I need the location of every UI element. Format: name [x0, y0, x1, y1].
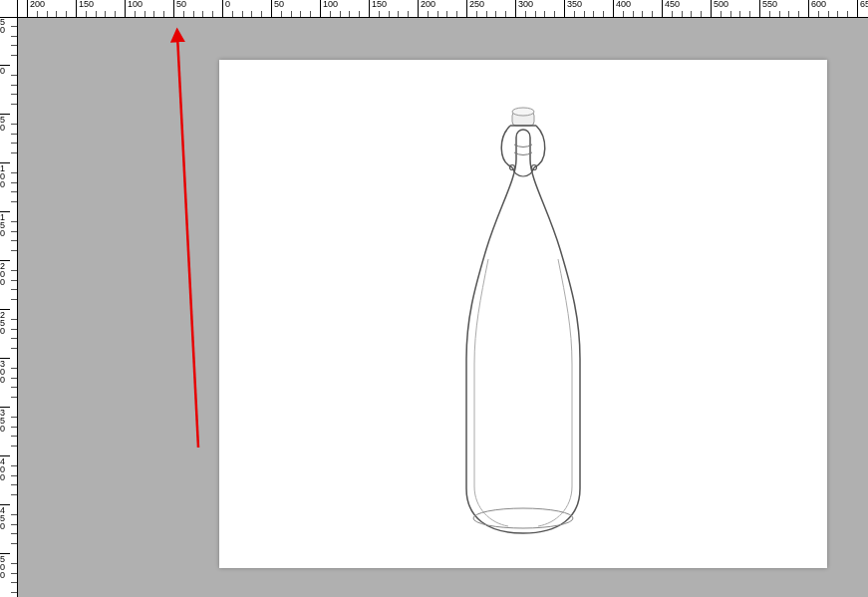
- ruler-tick-minor: [701, 11, 702, 17]
- ruler-tick-major: 350: [0, 407, 10, 433]
- ruler-tick-minor: [11, 36, 17, 37]
- ruler-tick-minor: [446, 11, 447, 17]
- ruler-tick-minor: [11, 134, 17, 135]
- ruler-tick-minor: [11, 484, 17, 485]
- ruler-tick-minor: [623, 11, 624, 17]
- ruler-tick-minor: [505, 11, 506, 17]
- ruler-tick-minor: [330, 11, 331, 17]
- ruler-tick-minor: [11, 94, 17, 95]
- ruler-tick-minor: [11, 563, 17, 564]
- ruler-tick-minor: [242, 11, 243, 17]
- ruler-tick-minor: [554, 11, 555, 17]
- ruler-tick-minor: [730, 11, 731, 17]
- ruler-tick-major: 0: [0, 65, 10, 75]
- ruler-tick-minor: [11, 348, 17, 349]
- ruler-tick-minor: [11, 319, 17, 320]
- ruler-tick-minor: [56, 11, 57, 17]
- ruler-tick-minor: [66, 11, 67, 17]
- ruler-tick-minor: [212, 11, 213, 17]
- ruler-tick-minor: [291, 11, 292, 17]
- ruler-tick-minor: [183, 11, 184, 17]
- ruler-tick-minor: [251, 11, 252, 17]
- ruler-tick-minor: [11, 270, 17, 271]
- ruler-tick-minor: [11, 475, 17, 476]
- ruler-tick-minor: [837, 11, 838, 17]
- ruler-tick-minor: [11, 104, 17, 105]
- ruler-tick-minor: [11, 75, 17, 76]
- ruler-tick-minor: [495, 11, 496, 17]
- ruler-tick-minor: [818, 11, 819, 17]
- ruler-corner: [0, 0, 18, 18]
- ruler-tick-major: 100: [0, 162, 10, 188]
- ruler-tick-minor: [691, 11, 692, 17]
- ruler-tick-minor: [11, 143, 17, 144]
- ruler-tick-minor: [96, 11, 97, 17]
- ruler-tick-minor: [11, 45, 17, 46]
- ruler-tick-major: 500: [0, 553, 10, 579]
- ruler-tick-minor: [261, 11, 262, 17]
- ruler-tick-minor: [721, 11, 722, 17]
- ruler-tick-minor: [788, 11, 789, 17]
- svg-point-2: [512, 108, 534, 116]
- ruler-tick-minor: [153, 11, 154, 17]
- ruler-tick-major: 200: [0, 260, 10, 286]
- ruler-tick-minor: [11, 427, 17, 428]
- ruler-tick-major: 0: [222, 0, 230, 18]
- ruler-tick-minor: [535, 11, 536, 17]
- ruler-tick-minor: [456, 11, 457, 17]
- ruler-tick-minor: [11, 240, 17, 241]
- ruler-tick-minor: [379, 11, 380, 17]
- svg-line-5: [177, 35, 198, 448]
- ruler-tick-major: 50: [0, 114, 10, 132]
- ruler-tick-minor: [11, 124, 17, 125]
- ruler-tick-minor: [310, 11, 311, 17]
- ruler-tick-minor: [682, 11, 683, 17]
- ruler-tick-minor: [408, 11, 409, 17]
- ruler-tick-minor: [11, 201, 17, 202]
- ruler-tick-minor: [11, 494, 17, 495]
- bottle-image: [438, 90, 608, 538]
- ruler-tick-minor: [525, 11, 526, 17]
- ruler-tick-minor: [769, 11, 770, 17]
- ruler-tick-minor: [11, 329, 17, 330]
- ruler-tick-minor: [11, 592, 17, 593]
- ruler-tick-minor: [11, 387, 17, 388]
- ruler-tick-minor: [340, 11, 341, 17]
- ruler-tick-major: 300: [0, 358, 10, 384]
- ruler-tick-minor: [739, 11, 740, 17]
- ruler-tick-minor: [115, 11, 116, 17]
- ruler-tick-minor: [749, 11, 750, 17]
- ruler-tick-minor: [37, 11, 38, 17]
- ruler-tick-minor: [798, 11, 799, 17]
- canvas-workspace[interactable]: [18, 18, 868, 597]
- ruler-tick-minor: [145, 11, 145, 17]
- ruler-tick-minor: [11, 514, 17, 515]
- ruler-tick-minor: [135, 11, 136, 17]
- ruler-tick-minor: [428, 11, 429, 17]
- ruler-tick-minor: [11, 26, 17, 27]
- vertical-ruler[interactable]: 50050100150200250300350400450500550: [0, 18, 18, 597]
- ruler-tick-minor: [349, 11, 350, 17]
- ruler-tick-major: 50: [271, 0, 284, 18]
- ruler-tick-minor: [11, 85, 17, 86]
- ruler-tick-minor: [11, 533, 17, 534]
- ruler-tick-minor: [11, 436, 17, 437]
- ruler-tick-minor: [86, 11, 87, 17]
- ruler-tick-minor: [163, 11, 164, 17]
- ruler-tick-minor: [584, 11, 585, 17]
- ruler-tick-minor: [11, 55, 17, 56]
- ruler-tick-minor: [672, 11, 673, 17]
- ruler-tick-minor: [476, 11, 477, 17]
- document-canvas[interactable]: [219, 60, 827, 568]
- horizontal-ruler[interactable]: 2001501005005010015020025030035040045050…: [18, 0, 868, 18]
- ruler-tick-minor: [11, 289, 17, 290]
- ruler-tick-minor: [47, 11, 48, 17]
- ruler-tick-minor: [593, 11, 594, 17]
- ruler-tick-minor: [398, 11, 399, 17]
- ruler-tick-minor: [11, 543, 17, 544]
- ruler-tick-minor: [11, 417, 17, 418]
- ruler-tick-minor: [652, 11, 653, 17]
- ruler-tick-minor: [202, 11, 203, 17]
- ruler-tick-minor: [828, 11, 829, 17]
- ruler-tick-minor: [11, 172, 17, 173]
